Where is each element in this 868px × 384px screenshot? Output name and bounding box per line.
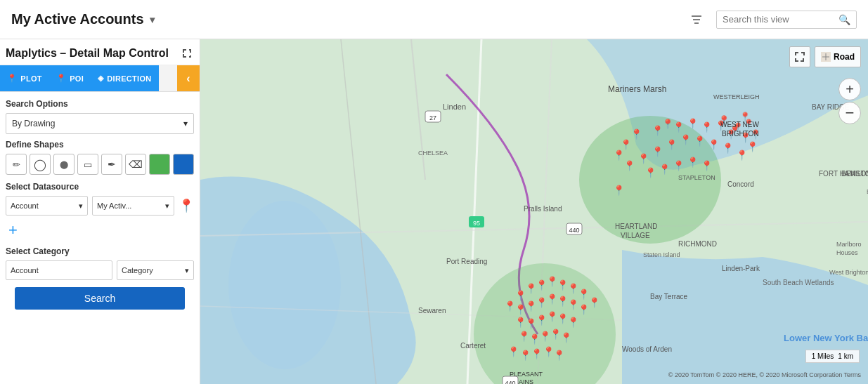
panel-content: Search Options By Drawing ▾ Define Shape… [0,92,200,384]
svg-text:95: 95 [473,220,480,227]
svg-text:📍: 📍 [673,121,685,133]
ellipse-tool-button[interactable]: ◯ [30,154,51,175]
svg-text:📍: 📍 [673,160,685,172]
add-datasource-button[interactable]: + [6,220,20,241]
category-account-input[interactable] [6,260,112,280]
svg-text:CHELSEA: CHELSEA [418,150,448,157]
category-row: Category ▾ [6,260,194,280]
svg-text:WEST NEW: WEST NEW [720,121,759,128]
svg-text:27: 27 [429,114,436,121]
search-icon: 🔍 [838,14,850,25]
datasource-account-dropdown[interactable]: Account ▾ [6,196,88,216]
tab-poi-label: POI [70,74,84,83]
blue-color-swatch[interactable] [173,154,194,175]
svg-text:📍: 📍 [687,157,699,168]
svg-text:📍: 📍 [701,160,713,172]
datasource-filter-dropdown[interactable]: My Activ... ▾ [92,196,174,216]
panel-title: Maplytics – Detail Map Control [6,47,169,60]
search-box: 🔍 [716,11,857,29]
direction-icon: ◈ [98,74,103,83]
svg-text:440: 440 [569,227,579,234]
svg-text:📍: 📍 [644,167,657,179]
ds-filter-chevron-icon: ▾ [165,201,169,211]
search-input[interactable] [723,14,834,25]
expand-map-button[interactable] [789,46,810,67]
pencil-tool-button[interactable]: ✏ [6,154,27,175]
green-color-swatch[interactable] [149,154,170,175]
road-view-button[interactable]: Road [815,46,861,67]
svg-text:📍: 📍 [553,350,566,362]
svg-text:STAPLETON: STAPLETON [678,174,715,181]
circle-tool-button[interactable]: ⬤ [53,154,75,175]
svg-text:West Brighton: West Brighton [829,269,868,276]
select-category-label: Select Category [6,246,194,256]
svg-text:Woods of Arden: Woods of Arden [622,345,672,353]
svg-text:📍: 📍 [662,118,674,130]
page-title: My Active Accounts [11,11,144,27]
freehand-tool-button[interactable]: ✒ [101,154,122,175]
svg-text:📍: 📍 [630,128,643,140]
select-datasource-label: Select Datasource [6,182,194,192]
svg-text:Carteret: Carteret [460,342,486,350]
svg-text:Staten Island: Staten Island [643,251,680,258]
define-shapes-label: Define Shapes [6,140,194,150]
zoom-out-button[interactable]: − [838,102,861,124]
svg-text:South Beach Wetlands: South Beach Wetlands [763,279,834,286]
svg-text:Sewaren: Sewaren [418,307,446,315]
tab-poi[interactable]: 📍 POI [49,65,91,91]
svg-text:BENSONHURST: BENSONHURST [841,170,868,178]
zoom-in-button[interactable]: + [838,78,861,100]
header-title: My Active Accounts ▾ [11,11,155,27]
datasource-row: Account ▾ My Activ... ▾ 📍 [6,196,194,216]
search-button[interactable]: Search [15,287,184,310]
svg-text:📍: 📍 [652,146,664,158]
tab-plot-label: PLOT [20,74,42,83]
search-options-label: Search Options [6,99,194,109]
header-right: 🔍 [685,8,857,31]
map-background: 📍 📍 📍 📍 📍 📍 📍 📍 📍 📍 📍 📍 📍 📍 📍 📍 📍 📍 📍 [200,39,868,384]
rectangle-tool-button[interactable]: ▭ [77,154,98,175]
svg-text:Houses: Houses [836,249,858,256]
map-area[interactable]: 📍 📍 📍 📍 📍 📍 📍 📍 📍 📍 📍 📍 📍 📍 📍 📍 📍 📍 📍 [200,39,868,384]
expand-panel-icon[interactable] [180,46,194,60]
svg-text:Bay Terrace: Bay Terrace [650,293,688,300]
svg-text:📍: 📍 [567,317,580,329]
category-dropdown[interactable]: Category ▾ [117,260,194,280]
svg-text:WESTERLEIGH: WESTERLEIGH [713,93,760,100]
svg-text:📍: 📍 [680,134,692,146]
road-label: Road [834,52,855,62]
pin-icon[interactable]: 📍 [179,198,194,213]
panel-subtitle: Maplytics – Detail Map Control [0,39,200,65]
svg-text:HEARTLAND: HEARTLAND [615,223,657,230]
svg-text:📍: 📍 [666,139,678,151]
shapes-row: ✏ ◯ ⬤ ▭ ✒ ⌫ [6,154,194,175]
datasource-filter-value: My Activ... [97,201,131,210]
map-top-right-controls: Road [789,46,861,67]
chevron-down-icon: ▾ [183,119,188,128]
plot-icon: 📍 [7,74,17,83]
toolbar-tabs: 📍 PLOT 📍 POI ◈ DIRECTION ‹ [0,65,200,92]
svg-text:📍: 📍 [708,139,720,151]
svg-text:VILLAGE: VILLAGE [621,232,650,239]
svg-text:📍: 📍 [694,135,706,147]
tab-plot[interactable]: 📍 PLOT [0,65,49,91]
svg-text:📍: 📍 [637,153,650,165]
svg-text:Linden: Linden [443,102,466,111]
svg-text:Concord: Concord [727,180,754,188]
tab-collapse-arrow[interactable]: ‹ [177,65,200,91]
tab-direction[interactable]: ◈ DIRECTION [91,65,159,91]
search-options-dropdown[interactable]: By Drawing ▾ [6,113,194,134]
svg-text:440: 440 [505,380,515,384]
title-chevron-icon[interactable]: ▾ [150,14,155,25]
svg-text:📍: 📍 [687,118,699,130]
search-options-value: By Drawing [12,119,55,128]
svg-text:📍: 📍 [623,160,636,172]
top-header: My Active Accounts ▾ 🔍 [0,0,868,39]
poi-icon: 📍 [56,74,66,83]
svg-text:📍: 📍 [659,164,671,176]
eraser-tool-button[interactable]: ⌫ [125,154,146,175]
category-dropdown-value: Category [122,266,153,274]
svg-text:📍: 📍 [560,332,573,344]
zoom-controls: + − [838,78,861,124]
filter-icon[interactable] [685,8,708,31]
